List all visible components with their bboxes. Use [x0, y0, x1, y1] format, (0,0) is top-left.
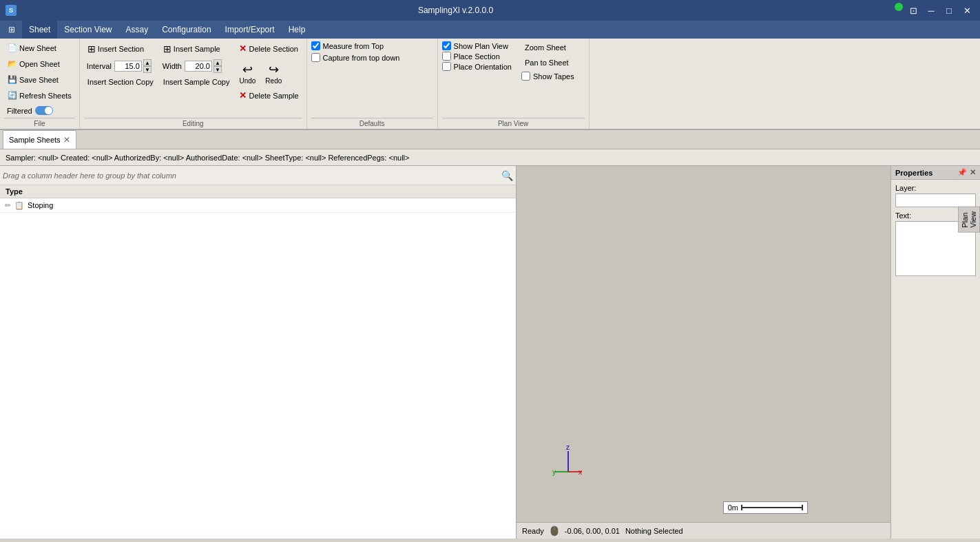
menu-help[interactable]: Help — [282, 21, 313, 39]
properties-close-button[interactable]: ✕ — [970, 168, 976, 177]
row-type-icon: 📋 — [14, 200, 25, 211]
title-bar-controls: ⊡ ─ □ ✕ — [895, 3, 974, 18]
sheet-metadata: Sampler: <null> Created: <null> Authoriz… — [0, 149, 980, 166]
tab-sample-sheets-label: Sample Sheets — [9, 136, 61, 144]
row-type-value: Stoping — [28, 201, 53, 209]
redo-button[interactable]: ↪ Redo — [262, 60, 285, 87]
edit-icon[interactable]: ✏ — [3, 200, 12, 210]
layer-label: Layer: — [895, 184, 976, 192]
toolbar-planview-section: Show Plan View Place Section Place Orien… — [438, 39, 590, 129]
app-icon: S — [6, 5, 17, 16]
interval-spinner-buttons: ▲ ▼ — [143, 59, 152, 73]
refresh-icon: 🔄 — [8, 91, 17, 100]
width-up-button[interactable]: ▲ — [213, 59, 222, 66]
show-tapes-row[interactable]: Show Tapes — [521, 72, 574, 81]
search-bar: Drag a column header here to group by th… — [0, 166, 516, 185]
refresh-label: Refresh Sheets — [19, 92, 72, 100]
scale-label: 0m — [728, 503, 738, 512]
place-section-row[interactable]: Place Section — [442, 52, 512, 61]
plan-view-vertical-tab[interactable]: Plan View — [958, 207, 980, 233]
capture-from-top-down-checkbox[interactable] — [311, 53, 320, 62]
interval-input[interactable]: 15.0 — [114, 61, 142, 72]
z-axis-label: z — [566, 444, 570, 451]
file-label: File — [4, 118, 75, 127]
menu-sheet[interactable]: Sheet — [22, 21, 57, 39]
show-tapes-checkbox[interactable] — [521, 72, 530, 81]
width-down-button[interactable]: ▼ — [213, 66, 222, 73]
capture-from-top-down-row[interactable]: Capture from top down — [311, 53, 400, 62]
save-sheet-button[interactable]: 💾 Save Sheet — [4, 73, 62, 86]
measure-from-top-label: Measure from Top — [323, 42, 384, 50]
refresh-sheets-button[interactable]: 🔄 Refresh Sheets — [4, 89, 75, 102]
delete-sample-icon: ✕ — [239, 90, 247, 101]
new-sheet-icon: 📄 — [8, 43, 17, 52]
properties-header: Properties 📌 ✕ — [891, 166, 980, 180]
viewport-3d[interactable]: z y x 0m — [517, 166, 890, 522]
menu-app[interactable]: ⊞ — [1, 21, 22, 39]
tab-sample-sheets[interactable]: Sample Sheets ✕ — [3, 130, 76, 149]
width-input[interactable]: 20.0 — [185, 61, 212, 72]
properties-title: Properties — [895, 169, 932, 177]
zoom-sheet-button[interactable]: Zoom Sheet — [521, 41, 574, 54]
layer-property: Layer: — [895, 184, 976, 207]
measure-from-top-checkbox[interactable] — [311, 41, 320, 50]
insert-section-copy-label: Insert Section Copy — [87, 78, 154, 86]
left-panel: Drag a column header here to group by th… — [0, 166, 517, 539]
tab-close-button[interactable]: ✕ — [63, 135, 70, 145]
properties-pin-button[interactable]: 📌 — [957, 168, 967, 177]
menu-assay[interactable]: Assay — [119, 21, 156, 39]
table-header: Type — [0, 185, 516, 198]
pan-to-sheet-button[interactable]: Pan to Sheet — [521, 56, 574, 69]
restore-button[interactable]: ⊡ — [906, 3, 921, 18]
editing-label: Editing — [84, 118, 302, 127]
insert-sample-icon: ⊞ — [163, 43, 171, 54]
interval-spinner: 15.0 ▲ ▼ — [114, 59, 152, 73]
axis-indicator: z y x — [551, 444, 585, 481]
properties-header-controls: 📌 ✕ — [957, 168, 976, 177]
menu-configuration[interactable]: Configuration — [155, 21, 218, 39]
measure-from-top-row[interactable]: Measure from Top — [311, 41, 384, 50]
maximize-button[interactable]: □ — [941, 3, 957, 18]
selection-text: Nothing Selected — [625, 527, 683, 535]
minimize-button[interactable]: ─ — [924, 3, 939, 18]
close-button[interactable]: ✕ — [959, 3, 974, 18]
width-label: Width — [163, 62, 182, 70]
place-section-checkbox[interactable] — [442, 52, 451, 61]
menu-section-view[interactable]: Section View — [57, 21, 118, 39]
insert-section-button[interactable]: ⊞ Insert Section — [84, 41, 157, 56]
open-sheet-label: Open Sheet — [19, 60, 60, 68]
search-icon[interactable]: 🔍 — [501, 170, 513, 181]
show-plan-view-checkbox[interactable] — [442, 41, 451, 50]
open-sheet-button[interactable]: 📂 Open Sheet — [4, 57, 63, 70]
interval-down-button[interactable]: ▼ — [143, 66, 152, 73]
scale-bar: 0m — [723, 501, 808, 514]
interval-up-button[interactable]: ▲ — [143, 59, 152, 66]
undo-button[interactable]: ↩ Undo — [236, 60, 259, 87]
filtered-toggle[interactable] — [35, 106, 53, 115]
place-orientation-row[interactable]: Place Orientation — [442, 62, 512, 71]
right-panel: z y x 0m Ready — [517, 166, 890, 539]
menu-import-export[interactable]: Import/Export — [218, 21, 282, 39]
insert-section-copy-button[interactable]: Insert Section Copy — [84, 76, 157, 88]
layer-input[interactable] — [895, 194, 976, 207]
table-row[interactable]: ✏ 📋 Stoping — [0, 198, 516, 213]
sheet-meta-text: Sampler: <null> Created: <null> Authoriz… — [6, 154, 409, 162]
save-sheet-label: Save Sheet — [19, 76, 59, 84]
delete-section-button[interactable]: ✕ Delete Section — [236, 41, 302, 56]
toolbar-editing-section: ⊞ Insert Section Interval 15.0 ▲ ▼ Inser… — [80, 39, 307, 129]
insert-sample-button[interactable]: ⊞ Insert Sample — [160, 41, 233, 56]
delete-section-label: Delete Section — [249, 45, 298, 53]
file-buttons: 📄 New Sheet 📂 Open Sheet 💾 Save Sheet 🔄 … — [4, 41, 75, 116]
new-sheet-button[interactable]: 📄 New Sheet — [4, 41, 60, 54]
insert-sample-copy-button[interactable]: Insert Sample Copy — [160, 76, 233, 88]
show-plan-view-row[interactable]: Show Plan View — [442, 41, 512, 50]
delete-sample-button[interactable]: ✕ Delete Sample — [236, 88, 302, 103]
interval-label: Interval — [87, 62, 112, 70]
x-axis-label: x — [578, 468, 582, 476]
y-axis-label: y — [552, 468, 556, 476]
ready-label: Ready — [522, 527, 544, 535]
open-sheet-icon: 📂 — [8, 59, 17, 68]
place-orientation-checkbox[interactable] — [442, 62, 451, 71]
save-sheet-icon: 💾 — [8, 75, 17, 84]
title-bar-left: S — [6, 5, 17, 16]
